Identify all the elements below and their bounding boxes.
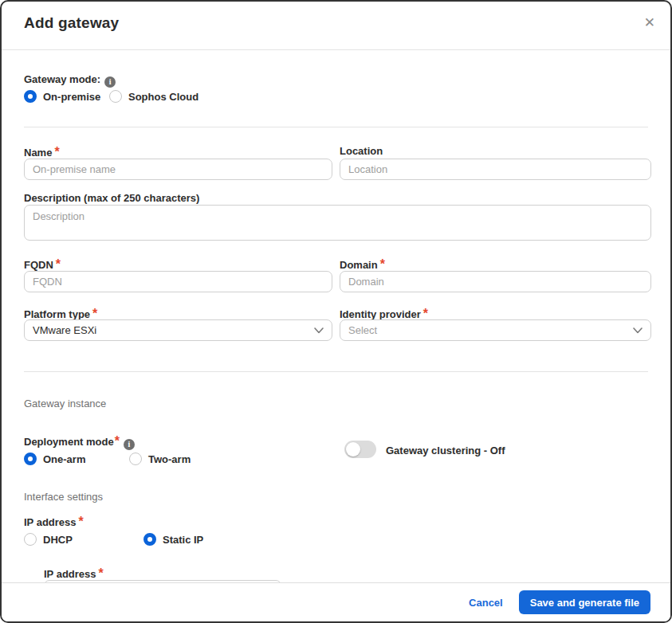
dialog-footer: Cancel Save and generate file bbox=[2, 582, 670, 621]
section-divider bbox=[24, 127, 648, 127]
radio-two-arm[interactable]: Two-arm bbox=[129, 453, 191, 465]
cancel-button[interactable]: Cancel bbox=[469, 597, 503, 609]
radio-selected-icon bbox=[24, 453, 37, 465]
radio-static-ip[interactable]: Static IP bbox=[143, 533, 203, 546]
radio-one-arm[interactable]: One-arm bbox=[24, 453, 85, 465]
description-input[interactable] bbox=[24, 205, 651, 241]
close-icon[interactable]: ✕ bbox=[644, 16, 655, 29]
gateway-mode-label-row: Gateway mode:i bbox=[24, 72, 116, 88]
fqdn-label: FQDN* bbox=[24, 257, 61, 272]
radio-unselected-icon bbox=[109, 90, 122, 103]
chevron-down-icon bbox=[633, 327, 643, 334]
gateway-mode-label: Gateway mode: bbox=[24, 73, 100, 85]
radio-selected-icon bbox=[143, 533, 156, 546]
domain-input[interactable] bbox=[340, 271, 651, 292]
interface-settings-section-label: Interface settings bbox=[24, 491, 103, 503]
radio-selected-icon bbox=[24, 90, 37, 103]
info-icon[interactable]: i bbox=[104, 76, 116, 88]
ip-address-label: IP address* bbox=[24, 515, 84, 529]
radio-on-premise[interactable]: On-premise bbox=[24, 90, 100, 103]
domain-label: Domain* bbox=[340, 257, 385, 272]
static-ip-address-label: IP address* bbox=[44, 566, 104, 581]
name-input[interactable] bbox=[24, 159, 332, 180]
name-label: Name* bbox=[24, 145, 60, 159]
gateway-clustering-toggle[interactable] bbox=[344, 441, 376, 458]
section-divider bbox=[24, 371, 648, 372]
gateway-clustering-label: Gateway clustering - Off bbox=[386, 445, 505, 456]
description-label: Description (max of 250 characters) bbox=[24, 192, 199, 204]
deployment-mode-label-row: Deployment mode*i bbox=[24, 434, 135, 450]
header-divider bbox=[2, 49, 670, 50]
radio-dhcp[interactable]: DHCP bbox=[24, 533, 73, 546]
add-gateway-dialog: Add gateway ✕ Gateway mode:i On-premise … bbox=[0, 0, 672, 623]
dialog-title: Add gateway bbox=[24, 14, 119, 32]
radio-unselected-icon bbox=[24, 533, 37, 546]
gateway-instance-section-label: Gateway instance bbox=[24, 398, 106, 409]
save-and-generate-file-button[interactable]: Save and generate file bbox=[519, 590, 650, 614]
chevron-down-icon bbox=[314, 327, 324, 334]
identity-provider-select[interactable]: Select bbox=[340, 319, 651, 341]
fqdn-input[interactable] bbox=[24, 271, 332, 292]
radio-sophos-cloud[interactable]: Sophos Cloud bbox=[109, 90, 198, 103]
toggle-knob-icon bbox=[346, 442, 360, 456]
location-input[interactable] bbox=[340, 159, 651, 180]
platform-type-select[interactable]: VMware ESXi bbox=[24, 319, 332, 341]
location-label: Location bbox=[340, 145, 383, 157]
info-icon[interactable]: i bbox=[124, 439, 135, 450]
radio-unselected-icon bbox=[129, 453, 142, 465]
